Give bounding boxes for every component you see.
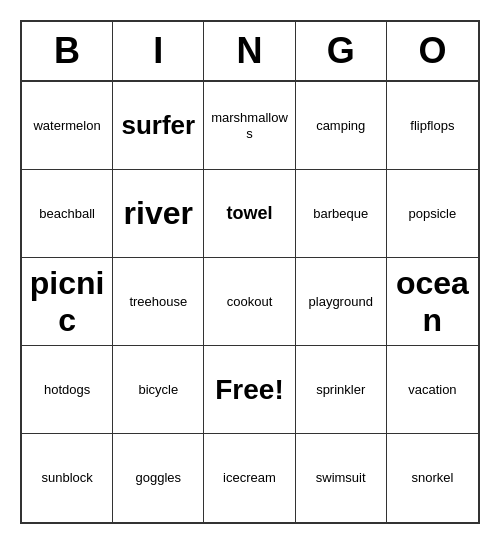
cell-text-small: vacation	[408, 382, 456, 398]
bingo-cell: sprinkler	[296, 346, 387, 434]
bingo-cell: picnic	[22, 258, 113, 346]
bingo-cell: playground	[296, 258, 387, 346]
bingo-cell: river	[113, 170, 204, 258]
cell-text-large: surfer	[121, 111, 195, 140]
header-letter: G	[296, 22, 387, 80]
bingo-cell: watermelon	[22, 82, 113, 170]
bingo-cell: hotdogs	[22, 346, 113, 434]
bingo-grid: watermelonsurfermarshmallowscampingflipf…	[22, 82, 478, 522]
bingo-header: BINGO	[22, 22, 478, 82]
cell-text-xlarge: ocean	[391, 265, 474, 339]
cell-text-small: bicycle	[138, 382, 178, 398]
cell-text-small: popsicle	[409, 206, 457, 222]
cell-text-xlarge: picnic	[26, 265, 108, 339]
cell-text-small: sprinkler	[316, 382, 365, 398]
bingo-cell: vacation	[387, 346, 478, 434]
bingo-cell: sunblock	[22, 434, 113, 522]
bingo-cell: barbeque	[296, 170, 387, 258]
cell-text-xlarge: river	[124, 195, 193, 232]
bingo-cell: cookout	[204, 258, 295, 346]
bingo-cell: Free!	[204, 346, 295, 434]
header-letter: I	[113, 22, 204, 80]
cell-text-small: treehouse	[129, 294, 187, 310]
bingo-cell: treehouse	[113, 258, 204, 346]
bingo-card: BINGO watermelonsurfermarshmallowscampin…	[20, 20, 480, 524]
cell-text-small: cookout	[227, 294, 273, 310]
header-letter: N	[204, 22, 295, 80]
cell-text-small: watermelon	[33, 118, 100, 134]
cell-text-small: swimsuit	[316, 470, 366, 486]
cell-text-small: camping	[316, 118, 365, 134]
cell-text-small: playground	[309, 294, 373, 310]
cell-text-small: flipflops	[410, 118, 454, 134]
cell-text-small: snorkel	[411, 470, 453, 486]
bingo-cell: surfer	[113, 82, 204, 170]
bingo-cell: snorkel	[387, 434, 478, 522]
bingo-cell: beachball	[22, 170, 113, 258]
cell-text-free: Free!	[215, 374, 283, 406]
cell-text-small: barbeque	[313, 206, 368, 222]
bingo-cell: swimsuit	[296, 434, 387, 522]
cell-text-small: goggles	[136, 470, 182, 486]
cell-text-small: marshmallows	[208, 110, 290, 141]
bingo-cell: camping	[296, 82, 387, 170]
bingo-cell: towel	[204, 170, 295, 258]
bingo-cell: goggles	[113, 434, 204, 522]
cell-text-small: hotdogs	[44, 382, 90, 398]
bingo-cell: ocean	[387, 258, 478, 346]
cell-text-medium: towel	[226, 203, 272, 224]
bingo-cell: icecream	[204, 434, 295, 522]
header-letter: B	[22, 22, 113, 80]
bingo-cell: popsicle	[387, 170, 478, 258]
bingo-cell: marshmallows	[204, 82, 295, 170]
cell-text-small: sunblock	[41, 470, 92, 486]
cell-text-small: icecream	[223, 470, 276, 486]
bingo-cell: bicycle	[113, 346, 204, 434]
bingo-cell: flipflops	[387, 82, 478, 170]
header-letter: O	[387, 22, 478, 80]
cell-text-small: beachball	[39, 206, 95, 222]
